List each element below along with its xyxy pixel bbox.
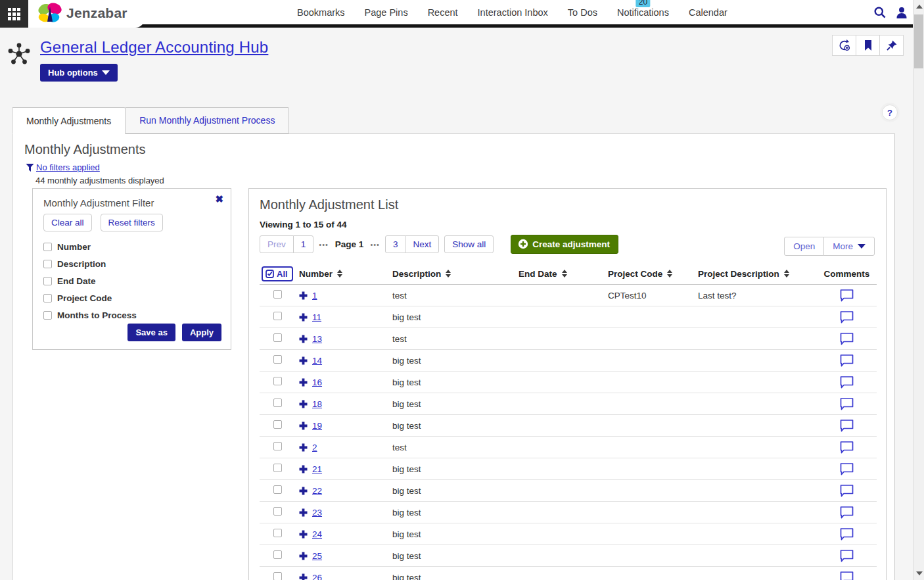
apply-button[interactable]: Apply bbox=[182, 324, 221, 341]
row-checkbox[interactable] bbox=[273, 529, 282, 537]
hub-options-button[interactable]: Hub options bbox=[40, 64, 118, 82]
expand-plus-icon[interactable] bbox=[299, 291, 308, 300]
row-checkbox[interactable] bbox=[273, 572, 282, 580]
refresh-new-window-button[interactable] bbox=[832, 35, 856, 56]
hub-title-link[interactable]: General Ledger Accounting Hub bbox=[40, 38, 268, 57]
adjustment-number-link[interactable]: 26 bbox=[312, 573, 322, 580]
expand-plus-icon[interactable] bbox=[299, 465, 308, 473]
row-checkbox[interactable] bbox=[273, 464, 282, 472]
row-checkbox[interactable] bbox=[273, 399, 282, 407]
tab-run-monthly-adjustment-process[interactable]: Run Monthly Adjustment Process bbox=[125, 107, 289, 133]
scrollbar-down-arrow-icon[interactable] bbox=[916, 571, 923, 575]
expand-plus-icon[interactable] bbox=[299, 313, 308, 322]
expand-plus-icon[interactable] bbox=[299, 530, 308, 539]
nav-interaction-inbox[interactable]: Interaction Inbox bbox=[478, 7, 548, 18]
expand-plus-icon[interactable] bbox=[299, 378, 308, 387]
comments-button[interactable] bbox=[839, 484, 854, 498]
comments-button[interactable] bbox=[839, 441, 854, 454]
row-checkbox[interactable] bbox=[273, 355, 282, 364]
comments-button[interactable] bbox=[839, 527, 854, 541]
open-button[interactable]: Open bbox=[784, 237, 824, 256]
row-checkbox[interactable] bbox=[273, 442, 282, 450]
pin-page-button[interactable] bbox=[879, 35, 904, 56]
row-checkbox[interactable] bbox=[273, 550, 282, 559]
adjustment-number-link[interactable]: 18 bbox=[312, 399, 322, 409]
comments-button[interactable] bbox=[839, 549, 854, 563]
nav-to-dos[interactable]: To Dos bbox=[568, 7, 597, 18]
nav-recent[interactable]: Recent bbox=[428, 7, 458, 18]
expand-plus-icon[interactable] bbox=[299, 356, 308, 365]
adjustment-number-link[interactable]: 11 bbox=[312, 312, 321, 322]
row-checkbox[interactable] bbox=[273, 290, 282, 299]
expand-plus-icon[interactable] bbox=[299, 335, 308, 343]
user-icon[interactable] bbox=[895, 6, 908, 19]
adjustment-number-link[interactable]: 13 bbox=[312, 334, 322, 344]
column-header-end-date[interactable]: End Date bbox=[508, 269, 597, 279]
number-filter-checkbox[interactable] bbox=[43, 243, 52, 251]
comments-button[interactable] bbox=[839, 332, 854, 346]
bookmark-page-button[interactable] bbox=[856, 35, 880, 56]
adjustment-number-link[interactable]: 24 bbox=[312, 529, 322, 539]
adjustment-number-link[interactable]: 23 bbox=[312, 508, 322, 518]
adjustment-number-link[interactable]: 19 bbox=[312, 421, 322, 431]
next-page-button[interactable]: Next bbox=[405, 235, 439, 253]
last-page-button[interactable]: 3 bbox=[385, 235, 406, 253]
comments-button[interactable] bbox=[839, 354, 854, 368]
adjustment-number-link[interactable]: 25 bbox=[312, 551, 322, 561]
expand-plus-icon[interactable] bbox=[299, 400, 308, 408]
end-date-filter-checkbox[interactable] bbox=[43, 277, 52, 285]
adjustment-number-link[interactable]: 22 bbox=[312, 486, 322, 496]
column-header-description[interactable]: Description bbox=[382, 269, 508, 279]
expand-plus-icon[interactable] bbox=[299, 573, 308, 580]
no-filters-applied-link[interactable]: No filters applied bbox=[36, 162, 100, 172]
clear-all-button[interactable]: Clear all bbox=[43, 214, 92, 231]
tab-monthly-adjustments[interactable]: Monthly Adjustments bbox=[12, 107, 126, 134]
nav-calendar[interactable]: Calendar bbox=[689, 7, 728, 18]
row-checkbox[interactable] bbox=[273, 312, 282, 320]
adjustment-number-link[interactable]: 2 bbox=[312, 443, 317, 452]
adjustment-number-link[interactable]: 16 bbox=[312, 377, 322, 387]
expand-plus-icon[interactable] bbox=[299, 443, 308, 452]
adjustment-number-link[interactable]: 21 bbox=[312, 464, 322, 474]
column-header-project-code[interactable]: Project Code bbox=[597, 269, 687, 279]
months-to-process-filter-checkbox[interactable] bbox=[43, 311, 52, 320]
search-icon[interactable] bbox=[873, 6, 887, 19]
help-button[interactable]: ? bbox=[882, 105, 898, 120]
comments-button[interactable] bbox=[839, 571, 854, 580]
column-header-project-description[interactable]: Project Description bbox=[687, 269, 817, 279]
comments-button[interactable] bbox=[839, 397, 854, 411]
adjustment-number-link[interactable]: 1 bbox=[312, 291, 317, 301]
vertical-scrollbar[interactable] bbox=[913, 0, 924, 580]
show-all-button[interactable]: Show all bbox=[444, 235, 494, 253]
comments-button[interactable] bbox=[839, 419, 854, 433]
row-checkbox[interactable] bbox=[273, 377, 282, 385]
comments-button[interactable] bbox=[839, 375, 854, 389]
adjustment-number-link[interactable]: 14 bbox=[312, 356, 322, 366]
nav-notifications[interactable]: 20 Notifications bbox=[617, 7, 669, 18]
scrollbar-up-arrow-icon[interactable] bbox=[916, 5, 923, 9]
save-as-button[interactable]: Save as bbox=[127, 324, 175, 341]
expand-plus-icon[interactable] bbox=[299, 508, 308, 517]
row-checkbox[interactable] bbox=[273, 333, 282, 342]
row-checkbox[interactable] bbox=[273, 507, 282, 516]
first-page-button[interactable]: 1 bbox=[293, 235, 314, 253]
nav-bookmarks[interactable]: Bookmarks bbox=[297, 7, 345, 18]
jenzabar-logo[interactable]: Jenzabar bbox=[28, 0, 145, 28]
prev-page-button[interactable]: Prev bbox=[260, 235, 294, 253]
expand-plus-icon[interactable] bbox=[299, 422, 308, 430]
comments-button[interactable] bbox=[839, 310, 854, 324]
more-button[interactable]: More bbox=[823, 237, 875, 256]
expand-plus-icon[interactable] bbox=[299, 487, 308, 495]
scrollbar-thumb[interactable] bbox=[914, 14, 923, 68]
create-adjustment-button[interactable]: Create adjustment bbox=[511, 235, 618, 254]
description-filter-checkbox[interactable] bbox=[43, 260, 52, 268]
column-header-number[interactable]: Number bbox=[292, 269, 382, 279]
project-code-filter-checkbox[interactable] bbox=[43, 294, 52, 302]
row-checkbox[interactable] bbox=[273, 420, 282, 429]
close-icon[interactable]: ✖ bbox=[215, 193, 223, 205]
row-checkbox[interactable] bbox=[273, 485, 282, 494]
app-grid-button[interactable] bbox=[0, 0, 28, 28]
reset-filters-button[interactable]: Reset filters bbox=[101, 214, 163, 231]
comments-button[interactable] bbox=[839, 289, 854, 302]
select-all-button[interactable]: All bbox=[262, 266, 293, 281]
